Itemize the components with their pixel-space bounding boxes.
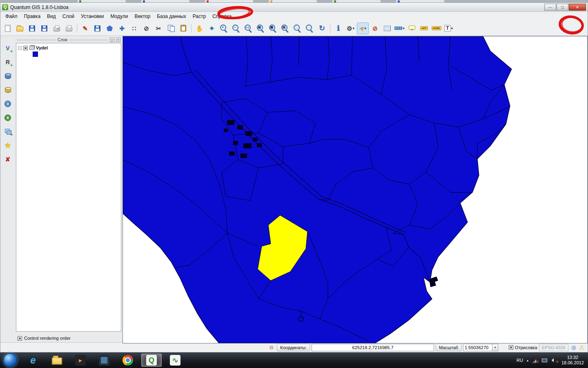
text-annotation-button[interactable]: T▾ xyxy=(443,22,454,34)
new-shapefile-layer-button[interactable]: + xyxy=(2,126,13,137)
map-canvas[interactable] xyxy=(122,36,588,343)
menu-item[interactable]: База данных xyxy=(154,12,189,20)
taskbar-app-chrome[interactable] xyxy=(118,354,138,367)
close-panel-button[interactable]: ✕ xyxy=(116,38,120,42)
close-button[interactable]: ✕ xyxy=(569,4,586,11)
open-attribute-table-button[interactable] xyxy=(381,22,393,34)
messages-warning-icon[interactable]: ⚠ xyxy=(579,344,584,351)
new-spatialite-layer-button[interactable]: ★ xyxy=(2,140,13,151)
minimize-button[interactable]: — xyxy=(544,4,556,11)
taskbar-app-editor[interactable]: ∿ xyxy=(165,354,185,367)
layer-name[interactable]: Vydel xyxy=(36,45,48,50)
expander-icon[interactable]: − xyxy=(18,46,22,50)
save-project-as-button[interactable]: ✎ xyxy=(38,22,50,34)
start-button[interactable] xyxy=(3,353,17,367)
show-bookmarks-button[interactable]: HOME xyxy=(430,22,442,34)
zoom-to-selection-button[interactable]: ▦ xyxy=(267,22,279,34)
tray-expand-icon[interactable]: ▴ xyxy=(527,359,528,362)
menu-item[interactable]: Модули xyxy=(107,12,131,20)
menu-item[interactable]: Вектор xyxy=(131,12,154,20)
zoom-to-layer-button[interactable]: ▤ xyxy=(279,22,291,34)
taskbar-app-ie[interactable]: e xyxy=(23,354,43,367)
vydel-layer-polygon[interactable] xyxy=(123,36,512,343)
rendering-order-checkbox[interactable]: ✕ xyxy=(18,336,22,341)
move-feature-button[interactable]: ✚ xyxy=(116,22,128,34)
pan-map-button[interactable]: ✋ xyxy=(194,22,205,34)
scale-toggle-button[interactable]: Масштаб xyxy=(436,344,461,351)
new-bookmark-button[interactable]: HOT xyxy=(418,22,430,34)
volume-muted-icon[interactable]: ✕ xyxy=(552,358,558,363)
paste-features-button[interactable] xyxy=(177,22,189,34)
toggle-editing-button[interactable]: ✎ xyxy=(79,22,91,34)
network-status-icon[interactable]: ✕ xyxy=(532,358,538,363)
add-spatialite-layer-button[interactable] xyxy=(2,84,13,95)
render-checkbox[interactable]: ✕ xyxy=(509,345,513,350)
add-postgis-layer-button[interactable] xyxy=(2,70,13,81)
pan-to-selection-button[interactable]: ⌖ xyxy=(206,22,218,34)
map-tips-button[interactable] xyxy=(406,22,418,34)
identify-features-button[interactable]: ℹ xyxy=(332,22,344,34)
copy-features-button[interactable] xyxy=(165,22,177,34)
capture-polygon-button[interactable] xyxy=(104,22,116,34)
node-tool-button[interactable]: ∷ xyxy=(128,22,140,34)
layer-row[interactable]: − ✕ Vydel xyxy=(18,45,119,50)
zoom-full-button[interactable]: ▣ xyxy=(255,22,267,34)
add-vector-layer-button[interactable]: V+ xyxy=(2,43,13,54)
taskbar-app-media-player[interactable]: ► xyxy=(70,354,91,367)
print-composer-button[interactable] xyxy=(63,22,75,34)
menu-item[interactable]: Установки xyxy=(78,12,107,20)
zoom-in-button[interactable]: + xyxy=(218,22,230,34)
scissors-icon: ✂ xyxy=(156,25,161,31)
select-features-button[interactable]: ➤▾ xyxy=(357,22,369,34)
save-edits-button[interactable] xyxy=(91,22,103,34)
remove-layer-button[interactable]: ✘ xyxy=(2,154,13,165)
menu-item[interactable]: Вид xyxy=(44,12,59,20)
save-project-button[interactable] xyxy=(26,22,38,34)
screen: Q Quantum GIS 1.8.0-Lisboa — ◻ ✕ ФайлПра… xyxy=(0,0,588,368)
zoom-next-icon: → xyxy=(306,25,314,32)
zoom-actual-button[interactable]: 1:1 xyxy=(243,22,254,34)
legend-color-swatch[interactable] xyxy=(33,52,38,57)
menu-item[interactable]: Растр xyxy=(189,12,209,20)
node-tool-icon: ∷ xyxy=(132,25,136,31)
crs-status-icon[interactable]: ◎ xyxy=(570,344,577,351)
measure-button[interactable]: ▾ xyxy=(394,22,405,34)
taskbar-app-monitor[interactable] xyxy=(94,354,114,367)
deselect-features-button[interactable]: ⊘ xyxy=(369,22,381,34)
add-raster-layer-button[interactable]: R+ xyxy=(2,56,13,67)
delete-selected-button[interactable]: ⊘ xyxy=(140,22,152,34)
maximize-button[interactable]: ◻ xyxy=(557,4,568,11)
menu-item[interactable]: Файл xyxy=(2,12,21,20)
titlebar[interactable]: Q Quantum GIS 1.8.0-Lisboa — ◻ ✕ xyxy=(0,3,588,12)
stop-render-icon[interactable]: ⊙ xyxy=(268,344,275,351)
new-print-composer-button[interactable]: + xyxy=(51,22,62,34)
cut-features-button[interactable]: ✂ xyxy=(153,22,165,34)
add-wfs-layer-button[interactable] xyxy=(2,112,13,123)
layers-panel-header[interactable]: Слои ◻ ✕ xyxy=(16,37,121,43)
language-indicator[interactable]: RU xyxy=(517,358,523,363)
edit-pencil-icon: ✎ xyxy=(82,25,88,31)
add-wms-layer-button[interactable] xyxy=(2,98,13,109)
refresh-icon: ↻ xyxy=(319,25,325,32)
scale-dropdown-button[interactable]: ▾ xyxy=(492,344,498,351)
taskbar-app-qgis[interactable]: Q xyxy=(141,354,162,367)
clock[interactable]: 13:32 18.06.2012 xyxy=(561,355,584,366)
scale-field[interactable] xyxy=(463,344,492,351)
menu-item[interactable]: Правка xyxy=(21,12,44,20)
zoom-last-button[interactable]: ← xyxy=(292,22,303,34)
zoom-next-button[interactable]: → xyxy=(304,22,316,34)
refresh-map-button[interactable]: ↻ xyxy=(316,22,328,34)
coordinates-toggle-button[interactable]: Координаты: xyxy=(277,344,310,351)
feature-action-button[interactable]: ⚙▾ xyxy=(345,22,356,34)
taskbar-app-explorer[interactable] xyxy=(47,354,67,367)
zoom-out-button[interactable]: − xyxy=(230,22,242,34)
open-project-button[interactable] xyxy=(14,22,26,34)
layer-checkbox[interactable]: ✕ xyxy=(23,46,28,50)
menu-item[interactable]: Справка xyxy=(209,12,235,20)
coordinates-field[interactable] xyxy=(312,344,434,351)
menu-item[interactable]: Слой xyxy=(59,12,78,20)
new-project-button[interactable] xyxy=(2,22,13,34)
display-tray-icon[interactable] xyxy=(542,358,548,363)
float-panel-button[interactable]: ◻ xyxy=(110,38,114,42)
pen-status-icon[interactable] xyxy=(500,344,507,351)
